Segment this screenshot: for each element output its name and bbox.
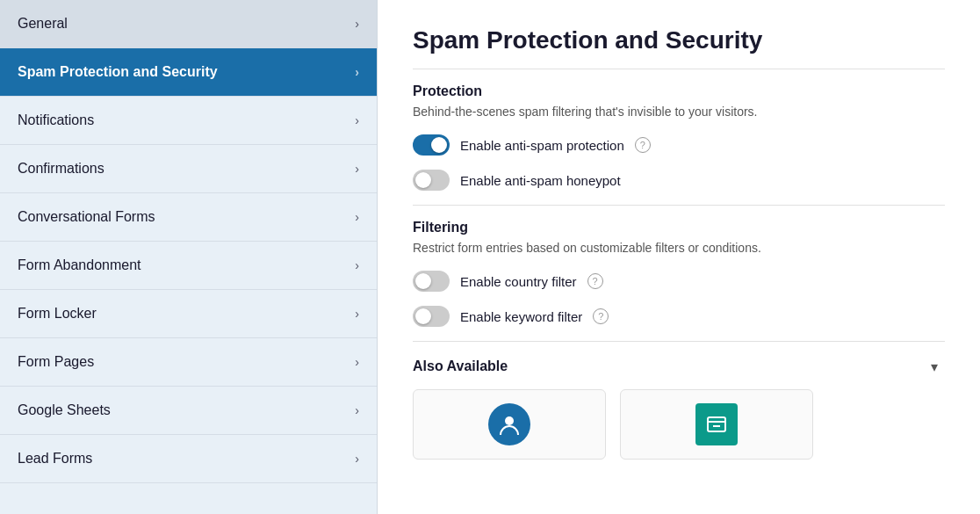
toggle-label-anti-spam: Enable anti-spam protection (460, 138, 624, 153)
sidebar-item-conversational-forms[interactable]: Conversational Forms› (0, 193, 377, 242)
toggle-row-country-filter: Enable country filter? (413, 271, 945, 292)
sidebar-item-label: Form Abandonment (18, 257, 141, 273)
toggle-row-keyword-filter: Enable keyword filter? (413, 306, 945, 327)
sidebar-item-form-locker[interactable]: Form Locker› (0, 290, 377, 338)
sidebar-item-label: General (18, 16, 68, 32)
sidebar-item-label: Google Sheets (18, 402, 111, 418)
chevron-right-icon: › (355, 65, 359, 79)
help-icon-country-filter[interactable]: ? (587, 273, 603, 289)
toggle-keyword-filter[interactable] (413, 306, 450, 327)
page-title: Spam Protection and Security (413, 26, 945, 54)
sidebar-item-lead-forms[interactable]: Lead Forms› (0, 435, 377, 483)
chevron-right-icon: › (355, 258, 359, 272)
section-protection: ProtectionBehind-the-scenes spam filteri… (413, 83, 945, 191)
sidebar-item-label: Lead Forms (18, 451, 92, 467)
chevron-right-icon: › (355, 210, 359, 224)
sidebar-item-label: Form Locker (18, 306, 97, 322)
toggle-row-anti-spam: Enable anti-spam protection? (413, 134, 945, 156)
title-divider (413, 69, 945, 69)
svg-point-0 (505, 416, 514, 425)
also-available-divider (413, 341, 945, 342)
chevron-down-icon[interactable]: ▾ (924, 356, 945, 377)
toggle-label-keyword-filter: Enable keyword filter (460, 309, 582, 324)
sidebar-item-notifications[interactable]: Notifications› (0, 97, 377, 145)
chevron-right-icon: › (355, 307, 359, 321)
sidebar-item-label: Form Pages (18, 354, 94, 370)
section-description-protection: Behind-the-scenes spam filtering that's … (413, 105, 945, 119)
toggle-label-honeypot: Enable anti-spam honeypot (460, 173, 621, 188)
sidebar-item-form-abandonment[interactable]: Form Abandonment› (0, 242, 377, 290)
sidebar-item-label: Notifications (18, 112, 94, 128)
sidebar: General›Spam Protection and Security›Not… (0, 0, 378, 514)
section-description-filtering: Restrict form entries based on customiza… (413, 241, 945, 255)
sidebar-item-label: Spam Protection and Security (18, 64, 218, 80)
toggle-country-filter[interactable] (413, 271, 450, 292)
toggle-row-honeypot: Enable anti-spam honeypot (413, 170, 945, 191)
help-icon-keyword-filter[interactable]: ? (593, 308, 609, 324)
section-filtering: FilteringRestrict form entries based on … (413, 220, 945, 327)
toggle-label-country-filter: Enable country filter (460, 274, 577, 289)
also-available-cards (413, 389, 945, 460)
sidebar-item-general[interactable]: General› (0, 0, 377, 48)
card-2-icon (695, 403, 738, 445)
chevron-right-icon: › (355, 162, 359, 176)
card-1[interactable] (413, 389, 606, 460)
chevron-right-icon: › (355, 17, 359, 31)
sidebar-item-google-sheets[interactable]: Google Sheets› (0, 387, 377, 435)
toggle-anti-spam[interactable] (413, 134, 450, 156)
section-divider-0 (413, 205, 945, 206)
card-2[interactable] (620, 389, 813, 460)
card-1-icon (488, 403, 530, 445)
section-title-protection: Protection (413, 83, 945, 99)
main-content: Spam Protection and Security ProtectionB… (378, 0, 980, 514)
also-available-section: Also Available ▾ (413, 356, 945, 377)
section-title-filtering: Filtering (413, 220, 945, 235)
sidebar-item-spam-protection[interactable]: Spam Protection and Security› (0, 48, 377, 97)
svg-rect-1 (708, 417, 725, 431)
sidebar-item-confirmations[interactable]: Confirmations› (0, 145, 377, 193)
chevron-right-icon: › (355, 113, 359, 127)
sidebar-item-label: Confirmations (18, 161, 104, 177)
also-available-title: Also Available (413, 358, 508, 374)
sidebar-item-label: Conversational Forms (18, 209, 155, 225)
chevron-right-icon: › (355, 452, 359, 466)
chevron-right-icon: › (355, 403, 359, 417)
sidebar-item-form-pages[interactable]: Form Pages› (0, 338, 377, 387)
help-icon-anti-spam[interactable]: ? (635, 137, 651, 153)
chevron-right-icon: › (355, 355, 359, 369)
toggle-honeypot[interactable] (413, 170, 450, 191)
